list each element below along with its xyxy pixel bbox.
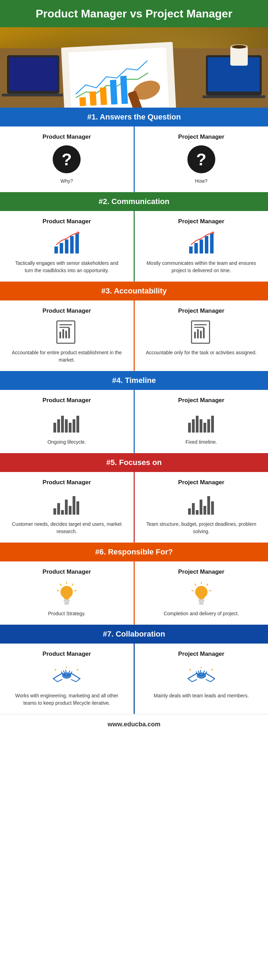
svg-rect-58 [211,416,214,433]
chart-icon-left [53,230,81,256]
svg-rect-40 [194,327,204,328]
svg-rect-80 [64,601,69,603]
svg-rect-59 [53,508,56,515]
section1-title: #1. Answers the Question [87,113,181,121]
svg-rect-89 [199,601,204,603]
svg-point-16 [232,45,246,49]
section7-left-label: Product Manager [43,651,91,657]
svg-rect-20 [60,243,63,254]
svg-rect-79 [63,600,70,601]
svg-rect-71 [207,496,210,515]
svg-rect-25 [189,247,193,254]
chart-icon-right [187,230,215,256]
timeline-icon-left [53,409,81,435]
svg-line-105 [203,671,205,673]
svg-rect-63 [69,506,71,515]
section6-title: #6. Responsible For? [95,547,173,556]
svg-rect-41 [194,332,196,339]
section3-left-text: Accountable for entire product establish… [11,349,123,364]
svg-line-77 [57,590,59,592]
section5-right-label: Project Manager [178,479,224,486]
section2-left: Product Manager Tactically engages with … [0,211,135,282]
section2-right-text: Mostly communicates within the team and … [145,259,258,274]
svg-rect-46 [57,419,60,433]
svg-rect-22 [70,236,74,254]
svg-rect-44 [203,328,205,339]
section7-title: #7. Collaboration [103,630,165,638]
svg-line-83 [206,584,208,585]
section7-row: Product Manager ★ ★ ★ [0,644,268,714]
svg-rect-61 [61,510,64,515]
svg-line-76 [60,584,62,585]
lightbulb-icon-right [187,580,215,606]
section2-title: #2. Communication [99,197,170,206]
section4-right-label: Project Manager [178,397,224,404]
svg-line-96 [69,671,70,673]
section-focuses: #5. Focuses on Product Manager Customer … [0,453,268,542]
svg-rect-9 [9,57,57,91]
section7-right: Project Manager ★ ★ ★ Mainly deals with … [135,644,268,714]
document-icon-right [187,319,215,345]
svg-line-102 [198,671,199,673]
svg-rect-42 [197,329,199,339]
section1-right-label: Project Manager [178,134,224,140]
svg-rect-37 [68,328,70,339]
document-icon-left [53,319,81,345]
svg-rect-66 [188,508,191,515]
section4-left-label: Product Manager [43,397,91,404]
svg-line-86 [192,590,193,592]
svg-line-94 [66,670,66,673]
section1-left-label: Product Manager [43,134,91,140]
svg-line-74 [72,584,73,585]
section4-header: #4. Timeline [0,371,268,390]
section3-right-text: Accountable only for the task or activit… [146,349,257,356]
section2-left-label: Product Manager [43,218,91,225]
svg-rect-68 [196,510,198,515]
svg-marker-30 [211,231,215,234]
svg-rect-26 [194,243,198,254]
section1-left: Product Manager ? Why? [0,126,135,192]
svg-rect-50 [73,419,75,433]
svg-rect-53 [192,419,195,433]
section3-left-label: Product Manager [43,307,91,315]
svg-rect-55 [200,419,202,433]
timeline-icon-right [187,409,215,435]
section4-left: Product Manager Ongoing lifecycle. [0,390,135,453]
section3-left: Product Manager Accountable for entire p… [0,301,135,371]
svg-rect-36 [66,331,67,339]
section5-title: #5. Focuses on [106,458,162,467]
section3-row: Product Manager Accountable for entire p… [0,301,268,371]
svg-rect-62 [65,500,68,515]
section6-header: #6. Responsible For? [0,542,268,562]
hero-image-inner [0,27,268,108]
svg-point-91 [62,673,71,679]
section2-right: Project Manager Mostly communicates with… [135,211,268,282]
svg-rect-39 [194,324,206,325]
section5-row: Product Manager Customer needs, decides … [0,472,268,542]
section3-header: #3. Accountability [0,282,268,301]
section7-right-text: Mainly deals with team leads and members… [154,692,249,700]
section4-row: Product Manager Ongoing lifecycle. Proje… [0,390,268,453]
section6-left-label: Product Manager [43,568,91,576]
svg-marker-24 [76,231,80,234]
svg-rect-54 [196,416,198,433]
section-accountability: #3. Accountability Product Manager Accou… [0,282,268,371]
svg-rect-43 [200,331,202,339]
svg-line-84 [209,590,211,592]
svg-text:★: ★ [54,668,57,672]
bars-icon-left [53,491,81,517]
section-collaboration: #7. Collaboration Product Manager ★ [0,625,268,714]
section-communication: #2. Communication Product Manager Tactic… [0,192,268,282]
section7-left-text: Works with engineering, marketing and al… [11,692,123,707]
svg-rect-48 [65,419,68,433]
section1-right: Project Manager ? How? [135,126,268,192]
svg-rect-45 [53,423,56,433]
svg-line-103 [200,670,201,673]
svg-rect-3 [79,97,86,106]
section-answers-question: #1. Answers the Question Product Manager… [0,108,268,192]
svg-rect-28 [205,236,208,254]
svg-text:★: ★ [76,668,79,672]
svg-rect-56 [203,423,206,433]
svg-rect-23 [75,234,79,254]
svg-rect-60 [57,503,60,515]
